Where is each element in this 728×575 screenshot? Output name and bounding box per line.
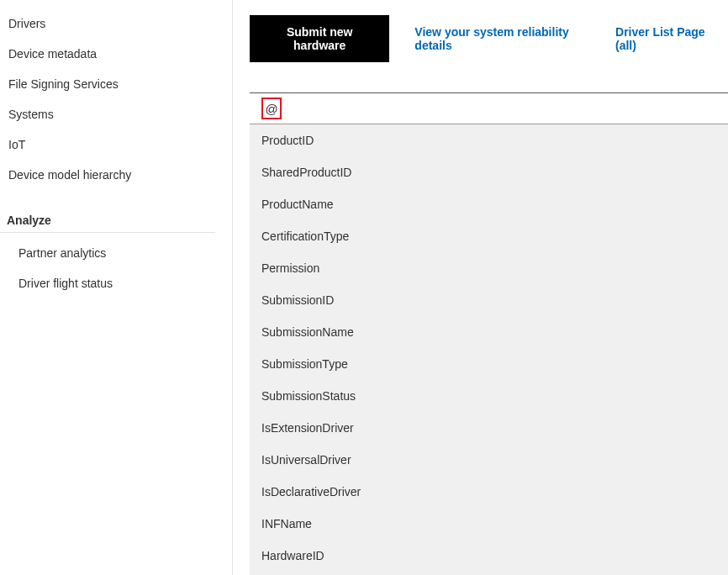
autocomplete-dropdown: ProductID SharedProductID ProductName Ce… — [250, 124, 728, 575]
driver-list-page-link[interactable]: Driver List Page (all) — [615, 25, 718, 52]
dropdown-item[interactable]: IsExtensionDriver — [250, 412, 728, 444]
dropdown-item[interactable]: SharedProductID — [250, 156, 728, 188]
sidebar: Drivers Device metadata File Signing Ser… — [0, 0, 233, 575]
dropdown-item[interactable]: Permission — [250, 252, 728, 284]
at-symbol-highlight: @ — [261, 98, 282, 119]
search-bar: @ — [250, 92, 728, 124]
submit-new-hardware-button[interactable]: Submit new hardware — [250, 15, 389, 62]
nav-item-systems[interactable]: Systems — [0, 99, 232, 129]
top-actions: Submit new hardware View your system rel… — [250, 15, 728, 62]
nav-item-iot[interactable]: IoT — [0, 129, 232, 160]
dropdown-item[interactable]: IsUniversalDriver — [250, 444, 728, 476]
nav-item-file-signing[interactable]: File Signing Services — [0, 69, 232, 99]
dropdown-item[interactable]: HardwareID — [250, 540, 728, 572]
dropdown-item[interactable]: IsDeclarativeDriver — [250, 476, 728, 508]
reliability-details-link[interactable]: View your system reliability details — [414, 25, 590, 52]
dropdown-item[interactable]: ProductID — [250, 124, 728, 156]
dropdown-item[interactable]: SubmissionType — [250, 348, 728, 380]
nav-subitem-partner-analytics[interactable]: Partner analytics — [0, 238, 232, 268]
section-header-analyze: Analyze — [0, 205, 215, 233]
main-content: Submit new hardware View your system rel… — [233, 0, 728, 575]
dropdown-item[interactable]: INFName — [250, 508, 728, 540]
nav-subitem-driver-flight-status[interactable]: Driver flight status — [0, 268, 232, 298]
dropdown-item[interactable]: OperatingSystemCode — [250, 572, 728, 575]
dropdown-item[interactable]: ProductName — [250, 188, 728, 220]
dropdown-item[interactable]: SubmissionID — [250, 284, 728, 316]
dropdown-item[interactable]: CertificationType — [250, 220, 728, 252]
nav-item-device-metadata[interactable]: Device metadata — [0, 39, 232, 69]
dropdown-item[interactable]: SubmissionName — [250, 316, 728, 348]
nav-item-device-model-hierarchy[interactable]: Device model hierarchy — [0, 160, 232, 190]
dropdown-item[interactable]: SubmissionStatus — [250, 380, 728, 412]
search-input[interactable] — [250, 93, 728, 124]
nav-item-drivers[interactable]: Drivers — [0, 8, 232, 39]
